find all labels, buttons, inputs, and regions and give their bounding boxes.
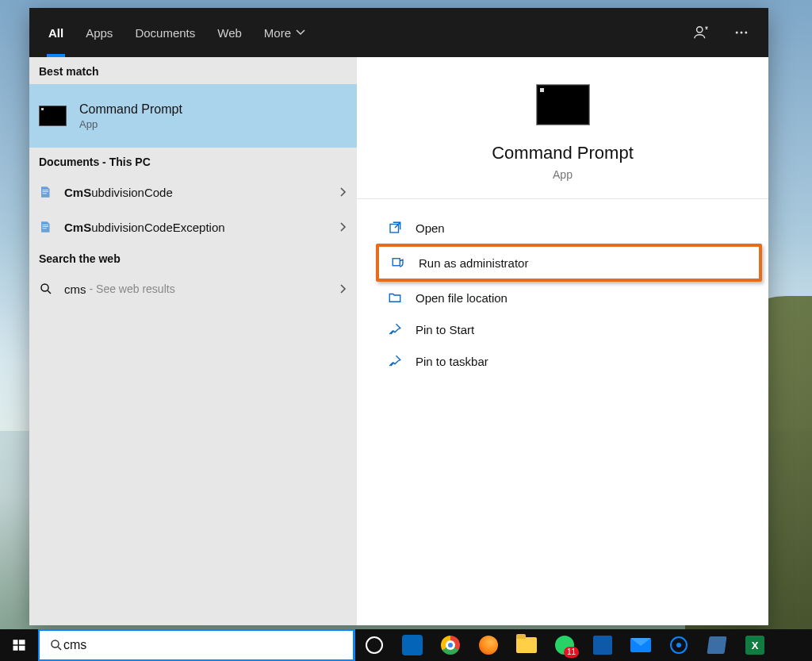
details-title: Command Prompt <box>492 143 634 163</box>
section-documents: Documents - This PC <box>29 148 357 175</box>
svg-rect-7 <box>13 640 18 644</box>
action-pin-to-start[interactable]: Pin to Start <box>376 313 762 345</box>
taskbar-app-mail[interactable] <box>622 629 660 661</box>
cortana-icon <box>366 636 383 654</box>
action-pin-to-taskbar[interactable]: Pin to taskbar <box>376 345 762 377</box>
web-result[interactable]: cms - See web results <box>29 271 357 306</box>
firefox-icon <box>479 636 498 655</box>
document-name: CmSubdivisionCode <box>64 186 173 199</box>
taskbar-app-outlook[interactable] <box>393 629 431 661</box>
web-query: cms <box>64 282 86 296</box>
tab-documents[interactable]: Documents <box>124 8 206 57</box>
start-button[interactable] <box>0 629 38 661</box>
taskbar-app-chrome[interactable] <box>431 629 469 661</box>
tab-label: Web <box>217 26 242 40</box>
action-label: Pin to taskbar <box>416 355 488 368</box>
taskbar-app-sticky-notes[interactable] <box>698 629 736 661</box>
search-icon <box>49 638 63 652</box>
taskbar-app-excel[interactable]: X <box>736 629 774 661</box>
chevron-right-icon <box>338 222 347 232</box>
groove-icon <box>670 636 688 654</box>
action-label: Run as administrator <box>419 256 528 270</box>
document-result[interactable]: CmSubdivisionCodeException <box>29 209 357 244</box>
folder-icon <box>516 637 537 653</box>
svg-rect-10 <box>19 646 25 651</box>
result-details: Command Prompt App Open Run as administr… <box>357 57 768 625</box>
tab-label: More <box>264 26 291 40</box>
command-prompt-icon <box>39 106 67 126</box>
feedback-icon[interactable] <box>692 23 711 42</box>
cortana-button[interactable] <box>355 629 393 661</box>
tab-all[interactable]: All <box>37 8 75 57</box>
document-icon <box>39 220 53 234</box>
svg-rect-8 <box>19 640 25 644</box>
svg-rect-6 <box>393 259 400 266</box>
notification-badge: 11 <box>564 647 579 658</box>
windows-search-panel: All Apps Documents Web More Best match C… <box>29 8 768 625</box>
open-icon <box>387 220 403 236</box>
document-icon <box>39 185 53 199</box>
tab-web[interactable]: Web <box>206 8 253 57</box>
document-name: CmSubdivisionCodeException <box>64 221 225 234</box>
outlook-icon <box>402 635 423 655</box>
taskbar-app-groove[interactable] <box>660 629 698 661</box>
action-label: Pin to Start <box>416 323 474 336</box>
taskbar-app-firefox[interactable] <box>469 629 508 661</box>
taskbar-search-input[interactable] <box>63 638 343 652</box>
best-match-result[interactable]: Command Prompt App <box>29 84 357 148</box>
best-match-subtitle: App <box>79 118 182 130</box>
mail-icon <box>630 638 651 652</box>
svg-point-1 <box>736 32 738 34</box>
command-prompt-icon-large <box>536 84 590 125</box>
taskbar-app-store[interactable] <box>584 629 622 661</box>
chevron-down-icon <box>296 28 305 37</box>
document-result[interactable]: CmSubdivisionCode <box>29 175 357 209</box>
svg-point-3 <box>745 32 747 34</box>
windows-logo-icon <box>12 638 26 652</box>
taskbar-search-box[interactable] <box>38 629 355 661</box>
action-run-as-administrator[interactable]: Run as administrator <box>376 244 762 282</box>
chevron-right-icon <box>338 284 347 294</box>
results-list: Best match Command Prompt App Documents … <box>29 57 357 625</box>
web-suffix: - See web results <box>90 282 175 295</box>
chevron-right-icon <box>338 187 347 197</box>
admin-shield-icon <box>390 255 406 271</box>
svg-point-0 <box>697 27 703 33</box>
tab-label: Apps <box>86 26 113 40</box>
details-subtitle: App <box>553 168 573 181</box>
taskbar-app-file-explorer[interactable] <box>508 629 546 661</box>
pin-icon <box>387 353 403 369</box>
taskbar-app-whatsapp[interactable]: 11 <box>546 629 584 661</box>
tab-label: All <box>48 26 63 40</box>
section-search-web: Search the web <box>29 244 357 271</box>
action-open-file-location[interactable]: Open file location <box>376 282 762 313</box>
svg-point-4 <box>41 284 48 291</box>
tab-apps[interactable]: Apps <box>75 8 124 57</box>
search-icon <box>39 282 53 296</box>
sticky-notes-icon <box>707 636 726 654</box>
more-options-icon[interactable] <box>732 23 751 42</box>
action-label: Open <box>416 221 445 235</box>
svg-point-11 <box>52 640 59 648</box>
tab-label: Documents <box>135 26 195 40</box>
section-best-match: Best match <box>29 57 357 84</box>
store-icon <box>593 636 612 655</box>
action-open[interactable]: Open <box>376 212 762 244</box>
folder-location-icon <box>387 290 403 306</box>
svg-point-2 <box>741 32 743 34</box>
best-match-title: Command Prompt <box>79 102 182 117</box>
excel-icon: X <box>745 636 764 655</box>
chrome-icon <box>441 636 460 655</box>
taskbar: 11 X <box>0 629 812 661</box>
svg-rect-9 <box>13 646 18 651</box>
tab-more[interactable]: More <box>253 8 316 57</box>
action-label: Open file location <box>416 291 508 305</box>
pin-icon <box>387 321 403 337</box>
search-filter-tabs: All Apps Documents Web More <box>29 8 768 57</box>
